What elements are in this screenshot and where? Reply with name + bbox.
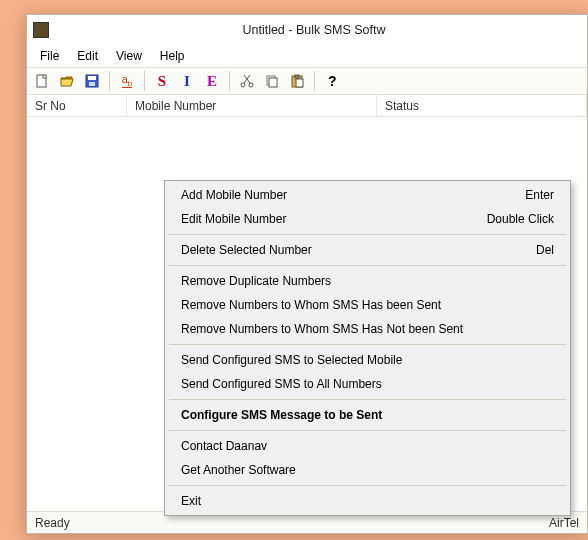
letter-s-icon[interactable]: S bbox=[151, 70, 173, 92]
titlebar: Untitled - Bulk SMS Softw bbox=[27, 15, 587, 45]
context-menu-label: Edit Mobile Number bbox=[181, 211, 487, 227]
toolbar-separator bbox=[109, 71, 110, 91]
context-menu-shortcut: Double Click bbox=[487, 211, 554, 227]
svg-rect-9 bbox=[269, 78, 277, 87]
paste-icon[interactable] bbox=[286, 70, 308, 92]
underline-icon[interactable]: ab bbox=[116, 70, 138, 92]
help-icon[interactable]: ? bbox=[321, 70, 343, 92]
context-menu: Add Mobile NumberEnterEdit Mobile Number… bbox=[164, 180, 571, 516]
context-menu-label: Contact Daanav bbox=[181, 438, 554, 454]
menu-edit[interactable]: Edit bbox=[68, 47, 107, 65]
context-menu-label: Configure SMS Message to be Sent bbox=[181, 407, 554, 423]
context-menu-label: Get Another Software bbox=[181, 462, 554, 478]
context-menu-item[interactable]: Send Configured SMS to All Numbers bbox=[167, 372, 568, 396]
status-right: AirTel bbox=[549, 516, 579, 530]
context-menu-label: Remove Duplicate Numbers bbox=[181, 273, 554, 289]
context-menu-label: Exit bbox=[181, 493, 554, 509]
letter-i-icon[interactable]: I bbox=[176, 70, 198, 92]
context-menu-item[interactable]: Configure SMS Message to be Sent bbox=[167, 403, 568, 427]
col-sr-no[interactable]: Sr No bbox=[27, 95, 127, 116]
app-window: Untitled - Bulk SMS Softw File Edit View… bbox=[26, 14, 588, 534]
context-menu-item[interactable]: Add Mobile NumberEnter bbox=[167, 183, 568, 207]
svg-rect-11 bbox=[295, 75, 299, 78]
context-menu-separator bbox=[169, 234, 566, 235]
window-title: Untitled - Bulk SMS Softw bbox=[57, 23, 581, 37]
app-icon bbox=[33, 22, 49, 38]
context-menu-item[interactable]: Edit Mobile NumberDouble Click bbox=[167, 207, 568, 231]
svg-rect-3 bbox=[89, 82, 95, 86]
context-menu-label: Send Configured SMS to All Numbers bbox=[181, 376, 554, 392]
svg-rect-2 bbox=[88, 76, 96, 80]
context-menu-separator bbox=[169, 485, 566, 486]
svg-point-6 bbox=[241, 83, 245, 87]
col-status[interactable]: Status bbox=[377, 95, 587, 116]
open-icon[interactable] bbox=[56, 70, 78, 92]
toolbar-separator bbox=[229, 71, 230, 91]
context-menu-item[interactable]: Remove Numbers to Whom SMS Has Not been … bbox=[167, 317, 568, 341]
context-menu-item[interactable]: Contact Daanav bbox=[167, 434, 568, 458]
menu-view[interactable]: View bbox=[107, 47, 151, 65]
new-icon[interactable] bbox=[31, 70, 53, 92]
context-menu-shortcut: Del bbox=[536, 242, 554, 258]
context-menu-item[interactable]: Remove Duplicate Numbers bbox=[167, 269, 568, 293]
context-menu-separator bbox=[169, 399, 566, 400]
context-menu-label: Add Mobile Number bbox=[181, 187, 525, 203]
copy-icon[interactable] bbox=[261, 70, 283, 92]
col-mobile[interactable]: Mobile Number bbox=[127, 95, 377, 116]
context-menu-separator bbox=[169, 344, 566, 345]
svg-rect-12 bbox=[296, 79, 303, 87]
context-menu-label: Send Configured SMS to Selected Mobile bbox=[181, 352, 554, 368]
menu-file[interactable]: File bbox=[31, 47, 68, 65]
context-menu-item[interactable]: Exit bbox=[167, 489, 568, 513]
context-menu-item[interactable]: Delete Selected NumberDel bbox=[167, 238, 568, 262]
status-left: Ready bbox=[35, 516, 70, 530]
menu-help[interactable]: Help bbox=[151, 47, 194, 65]
menubar: File Edit View Help bbox=[27, 45, 587, 67]
context-menu-separator bbox=[169, 265, 566, 266]
context-menu-separator bbox=[169, 430, 566, 431]
context-menu-item[interactable]: Remove Numbers to Whom SMS Has been Sent bbox=[167, 293, 568, 317]
toolbar-separator bbox=[314, 71, 315, 91]
svg-point-7 bbox=[249, 83, 253, 87]
context-menu-label: Remove Numbers to Whom SMS Has Not been … bbox=[181, 321, 554, 337]
context-menu-shortcut: Enter bbox=[525, 187, 554, 203]
svg-rect-0 bbox=[37, 75, 46, 87]
context-menu-label: Delete Selected Number bbox=[181, 242, 536, 258]
cut-icon[interactable] bbox=[236, 70, 258, 92]
context-menu-label: Remove Numbers to Whom SMS Has been Sent bbox=[181, 297, 554, 313]
context-menu-item[interactable]: Send Configured SMS to Selected Mobile bbox=[167, 348, 568, 372]
svg-text:?: ? bbox=[328, 73, 337, 89]
save-icon[interactable] bbox=[81, 70, 103, 92]
toolbar-separator bbox=[144, 71, 145, 91]
letter-e-icon[interactable]: E bbox=[201, 70, 223, 92]
column-headers: Sr No Mobile Number Status bbox=[27, 95, 587, 117]
context-menu-item[interactable]: Get Another Software bbox=[167, 458, 568, 482]
toolbar: ab S I E ? bbox=[27, 67, 587, 95]
